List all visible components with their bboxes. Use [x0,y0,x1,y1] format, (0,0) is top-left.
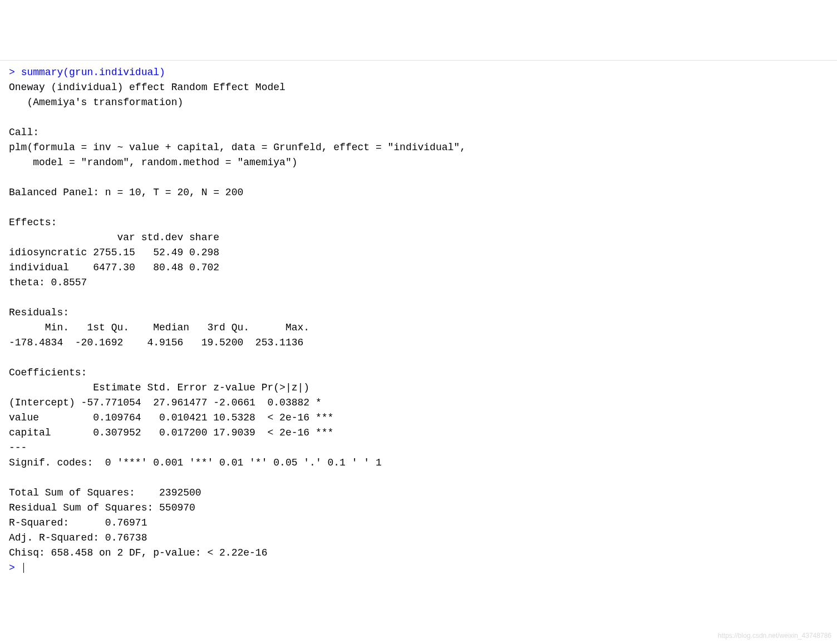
residual-ss: Residual Sum of Squares: 550970 [9,502,195,513]
signif-codes: Signif. codes: 0 '***' 0.001 '**' 0.01 '… [9,457,382,468]
r-command: summary(grun.individual) [21,67,165,78]
adj-r-squared: Adj. R-Squared: 0.76738 [9,532,147,543]
prompt-char: > [9,67,15,78]
effects-header: var std.dev share [9,232,219,243]
effects-individual: individual 6477.30 80.48 0.702 [9,262,219,273]
coef-value: value 0.109764 0.010421 10.5328 < 2e-16 … [9,412,333,423]
call-line-2: model = "random", random.method = "amemi… [9,157,297,168]
residuals-label: Residuals: [9,307,69,318]
call-label: Call: [9,127,39,138]
call-line-1: plm(formula = inv ~ value + capital, dat… [9,142,472,153]
coef-separator: --- [9,442,27,453]
effects-label: Effects: [9,217,57,228]
total-ss: Total Sum of Squares: 2392500 [9,487,201,498]
residuals-values: -178.4834 -20.1692 4.9156 19.5200 253.11… [9,337,309,348]
model-title: Oneway (individual) effect Random Effect… [9,82,285,93]
chisq: Chisq: 658.458 on 2 DF, p-value: < 2.22e… [9,547,267,558]
coef-capital: capital 0.307952 0.017200 17.9039 < 2e-1… [9,427,333,438]
watermark: https://blog.csdn.net/weixin_43748786 [718,631,831,641]
theta: theta: 0.8557 [9,277,87,288]
panel-info: Balanced Panel: n = 10, T = 20, N = 200 [9,187,243,198]
coef-intercept: (Intercept) -57.771054 27.961477 -2.0661… [9,397,333,408]
prompt-char-next: > [9,562,15,573]
r-console[interactable]: > summary(grun.individual) Oneway (indiv… [0,60,837,580]
r-squared: R-Squared: 0.76971 [9,517,147,528]
transformation-line: (Amemiya's transformation) [9,97,183,108]
text-cursor [23,563,24,573]
effects-idiosyncratic: idiosyncratic 2755.15 52.49 0.298 [9,247,219,258]
coefficients-label: Coefficients: [9,367,87,378]
coef-header: Estimate Std. Error z-value Pr(>|z|) [9,382,333,393]
residuals-header: Min. 1st Qu. Median 3rd Qu. Max. [9,322,316,333]
